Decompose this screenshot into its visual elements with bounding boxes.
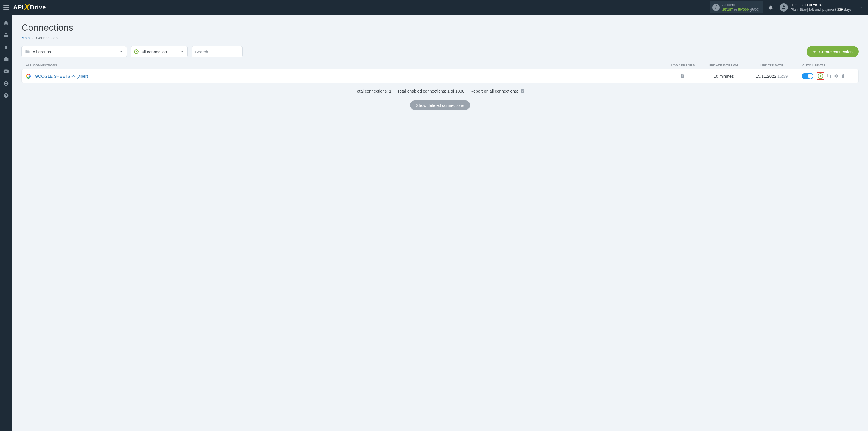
chevron-down-icon [859, 5, 863, 9]
header: API X Drive i Actions: 25'187 of 50'000 … [0, 0, 868, 14]
logo-part2: X [24, 3, 29, 11]
plus-icon [812, 50, 816, 54]
sidebar-item-connections[interactable] [3, 32, 9, 38]
svg-rect-7 [6, 35, 6, 36]
highlight-auto-toggle [801, 72, 814, 80]
sidebar-item-help[interactable] [3, 93, 9, 98]
page-title: Connections [22, 22, 859, 33]
sidebar-item-tools[interactable] [3, 56, 9, 62]
highlight-run-button [817, 72, 825, 80]
actions-used: 25'187 [722, 7, 733, 11]
auto-update-toggle[interactable] [802, 73, 813, 79]
groups-label: All groups [33, 50, 51, 54]
info-icon: i [712, 4, 719, 11]
content-area: Connections Main / Connections All group… [12, 14, 868, 118]
status-select[interactable]: All connection [131, 46, 188, 57]
search-box[interactable] [191, 46, 243, 57]
show-deleted-button[interactable]: Show deleted connections [410, 100, 470, 110]
logo-part3: Drive [30, 4, 46, 11]
report-download-button[interactable] [520, 88, 525, 93]
sidebar-item-video[interactable] [3, 68, 9, 74]
date-value: 15.11.2022 16:39 [744, 74, 799, 79]
sidebar-item-account[interactable] [3, 81, 9, 87]
folder-icon [25, 49, 30, 54]
chevron-down-icon [119, 50, 123, 54]
svg-rect-2 [7, 36, 8, 37]
settings-button[interactable] [834, 73, 839, 79]
play-icon [134, 50, 138, 54]
user-plan: Plan |Start| left until payment 339 days [790, 7, 851, 12]
svg-rect-3 [5, 33, 7, 34]
interval-value: 10 minutes [703, 74, 744, 79]
sidebar: $ [0, 14, 12, 118]
stats-row: Total connections: 1 Total enabled conne… [22, 88, 859, 93]
table-row: GOOGLE SHEETS -> (viber) 10 minutes 15.1… [22, 69, 859, 83]
svg-rect-6 [4, 35, 5, 36]
stats-enabled: Total enabled connections: 1 of 1000 [397, 89, 464, 93]
column-auto: AUTO UPDATE [799, 64, 854, 67]
user-menu[interactable]: demo_apix-drive_s2 Plan |Start| left unt… [780, 3, 865, 12]
connection-name-link[interactable]: GOOGLE SHEETS -> (viber) [35, 74, 88, 79]
menu-toggle-button[interactable] [3, 5, 9, 10]
run-now-button[interactable] [818, 73, 823, 79]
svg-text:$: $ [5, 45, 7, 50]
logo-part1: API [13, 4, 24, 11]
svg-rect-1 [5, 36, 7, 37]
chevron-down-icon [180, 50, 184, 54]
logo[interactable]: API X Drive [13, 3, 46, 12]
svg-rect-8 [7, 35, 8, 36]
notifications-icon[interactable] [768, 5, 774, 10]
google-icon [26, 73, 31, 79]
column-interval: UPDATE INTERVAL [703, 64, 745, 67]
column-log: LOG / ERRORS [662, 64, 703, 67]
create-connection-button[interactable]: Create connection [807, 46, 859, 57]
svg-rect-0 [4, 36, 5, 37]
sidebar-item-home[interactable] [3, 20, 9, 26]
user-name: demo_apix-drive_s2 [790, 3, 851, 7]
log-button[interactable] [680, 73, 685, 79]
search-input[interactable] [195, 50, 239, 54]
actions-counter[interactable]: i Actions: 25'187 of 50'000 (50%) [710, 1, 763, 13]
column-name: ALL CONNECTIONS [26, 64, 662, 67]
stats-total: Total connections: 1 [355, 89, 391, 93]
breadcrumb-current: Connections [36, 36, 58, 40]
copy-button[interactable] [827, 73, 832, 79]
actions-limit: 50'000 [738, 7, 749, 11]
delete-button[interactable] [841, 73, 846, 79]
actions-percent: (50%) [750, 7, 759, 11]
actions-of: of [734, 7, 737, 11]
column-date: UPDATE DATE [745, 64, 799, 67]
stats-report: Report on all connections: [470, 88, 525, 93]
table-header: ALL CONNECTIONS LOG / ERRORS UPDATE INTE… [22, 62, 859, 69]
avatar-icon [780, 3, 788, 11]
svg-rect-4 [6, 34, 6, 35]
filter-row: All groups All connection Create connect… [22, 46, 859, 57]
groups-select[interactable]: All groups [22, 46, 127, 57]
breadcrumb: Main / Connections [22, 36, 859, 40]
breadcrumb-main[interactable]: Main [22, 36, 30, 40]
status-label: All connection [141, 50, 167, 54]
sidebar-item-billing[interactable]: $ [3, 44, 9, 50]
actions-label: Actions: [722, 3, 759, 7]
